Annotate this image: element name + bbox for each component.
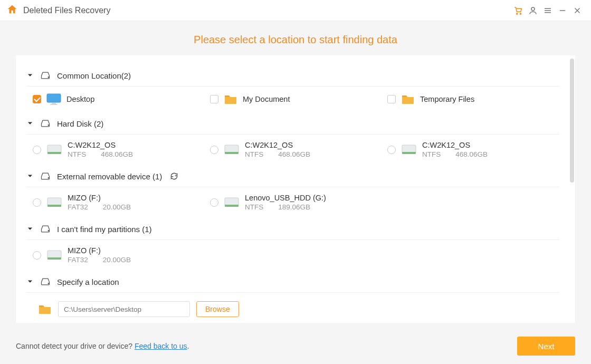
svg-rect-12 [225,152,239,154]
disk-item[interactable]: C:W2K12_OS NTFS468.06GB [387,141,559,158]
disk-info: MIZO (F:) FAT3220.00GB [68,246,131,264]
drive-icon [40,224,51,234]
location-documents[interactable]: My Document [210,93,382,106]
svg-rect-22 [47,257,61,260]
svg-point-15 [48,178,49,178]
section-common-header[interactable]: Common Location(2) [26,65,559,86]
hard-disk-icon [224,196,240,209]
disk-name: C:W2K12_OS [245,141,310,149]
disk-item[interactable]: Lenovo_USB_HDD (G:) NTFS189.06GB [210,194,382,211]
home-icon[interactable] [6,4,18,17]
hard-disk-icon [46,196,62,209]
svg-rect-10 [47,152,61,154]
svg-point-20 [48,231,49,231]
radio[interactable] [210,146,218,154]
radio[interactable] [33,146,41,154]
titlebar-left: Deleted Files Recovery [6,4,110,17]
chevron-down-icon [26,173,34,180]
common-items: Desktop My Document Temporary Files [26,90,559,113]
drive-icon [40,118,51,129]
footer-note: Cannot detect your drive or device? Feed… [16,342,189,350]
section-lost-title: I can't find my partitions (1) [57,225,152,234]
disk-fs: FAT32 [68,203,88,211]
svg-rect-17 [47,205,61,207]
minimize-icon[interactable] [555,3,570,18]
chevron-down-icon [26,278,34,285]
lost-items: MIZO (F:) FAT3220.00GB [26,243,559,271]
drive-icon [40,276,51,287]
section-external-title: External removable device (1) [57,172,162,181]
radio[interactable] [33,198,41,207]
disk-item[interactable]: MIZO (F:) FAT3220.00GB [33,194,205,211]
section-external-header[interactable]: External removable device (1) [26,166,559,187]
svg-rect-19 [225,205,239,207]
feedback-link[interactable]: Feed back to us [135,342,187,350]
location-desktop[interactable]: Desktop [33,93,205,106]
section-specify-header[interactable]: Specify a location [26,271,559,292]
user-icon[interactable] [526,3,540,18]
checkbox[interactable] [387,95,396,103]
section-hard-header[interactable]: Hard Disk (2) [26,113,559,134]
disk-item[interactable]: C:W2K12_OS NTFS468.06GB [210,141,382,158]
disk-size: 20.00GB [103,256,131,264]
external-items: MIZO (F:) FAT3220.00GB Lenovo_USB_HDD (G… [26,190,559,218]
disk-size: 468.06GB [455,150,488,158]
disk-size: 468.06GB [101,150,133,158]
footer: Cannot detect your drive or device? Feed… [0,328,591,364]
drive-icon [40,70,51,81]
hard-items: C:W2K12_OS NTFS468.06GB C:W2K12_OS NTFS4… [26,138,559,166]
disk-fs: NTFS [422,150,441,158]
disk-size: 189.06GB [278,203,310,211]
section-common-title: Common Location(2) [57,71,131,80]
section-lost-header[interactable]: I can't find my partitions (1) [26,218,559,240]
disk-fs: NTFS [68,150,86,158]
path-input[interactable] [58,301,190,317]
menu-icon[interactable] [540,3,555,18]
location-temp[interactable]: Temporary Files [387,93,559,106]
scrollbar[interactable] [570,59,574,183]
folder-icon [401,93,415,105]
panel-wrap: Common Location(2) Desktop My Document T… [0,55,591,328]
item-label: My Document [243,95,290,103]
radio[interactable] [33,251,41,260]
svg-point-1 [520,13,521,14]
disk-item[interactable]: C:W2K12_OS NTFS468.06GB [33,141,205,158]
svg-rect-14 [402,152,416,154]
disk-item[interactable]: MIZO (F:) FAT3220.00GB [33,246,205,264]
checkbox[interactable] [210,95,218,103]
disk-info: C:W2K12_OS NTFS468.06GB [245,141,310,158]
svg-rect-6 [52,103,56,104]
checkbox[interactable] [33,95,41,103]
disk-info: MIZO (F:) FAT3220.00GB [68,194,131,211]
radio[interactable] [387,146,396,154]
monitor-icon [46,93,61,106]
radio[interactable] [210,198,218,207]
disk-name: MIZO (F:) [68,194,131,202]
refresh-icon[interactable] [169,171,179,181]
svg-point-0 [517,13,518,14]
hard-disk-icon [401,143,417,156]
folder-icon [38,303,52,315]
svg-point-3 [48,77,49,78]
folder-icon [224,93,237,105]
disk-fs: FAT32 [68,256,88,264]
svg-point-8 [48,125,49,126]
svg-point-2 [531,7,535,11]
close-icon[interactable] [570,3,585,18]
item-label: Desktop [66,95,94,103]
hard-disk-icon [46,249,62,262]
disk-name: MIZO (F:) [68,246,131,255]
disk-size: 468.06GB [278,150,310,158]
next-button[interactable]: Next [517,337,575,356]
cart-icon[interactable] [511,3,526,18]
chevron-down-icon [26,72,34,79]
hard-disk-icon [46,143,62,156]
chevron-down-icon [26,120,34,127]
disk-info: C:W2K12_OS NTFS468.06GB [422,141,488,158]
svg-point-23 [48,283,49,284]
svg-rect-4 [47,94,61,102]
disk-name: C:W2K12_OS [422,141,488,149]
main-panel: Common Location(2) Desktop My Document T… [16,55,575,323]
browse-button[interactable]: Browse [196,301,239,317]
section-specify-title: Specify a location [57,277,119,286]
